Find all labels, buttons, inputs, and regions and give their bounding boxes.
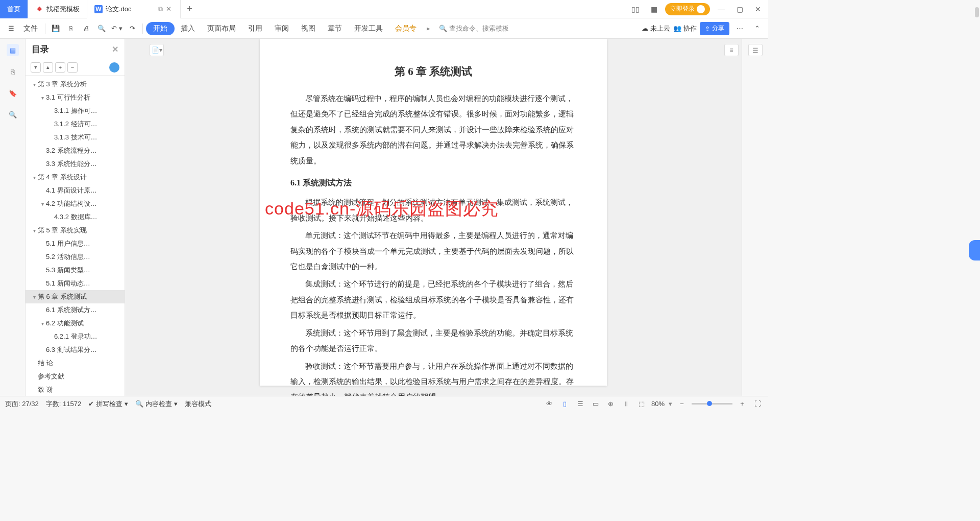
outline-item[interactable]: 结 论 <box>26 357 125 370</box>
compat-mode[interactable]: 兼容模式 <box>185 399 211 409</box>
expand-all-button[interactable]: ▴ <box>43 62 53 73</box>
save-icon[interactable]: 💾 <box>48 21 63 36</box>
content-check-icon: 🔍 <box>135 400 143 408</box>
outline-item[interactable]: ▾第 6 章 系统测试 <box>26 290 125 303</box>
ribbon-tab-5[interactable]: 视图 <box>295 18 322 39</box>
outline-item[interactable]: 6.1 系统测试方… <box>26 303 125 317</box>
bookmark-icon[interactable]: 🔖 <box>7 87 19 99</box>
ribbon-scroll-icon[interactable]: ▸ <box>424 25 433 32</box>
document-area[interactable]: 📄▾ ≡ code51.cn-源码乐园盗图必究 第 6 章 系统测试 尽管系统在… <box>125 39 742 396</box>
view-web-icon[interactable]: ⊕ <box>605 398 617 410</box>
word-count[interactable]: 字数: 11572 <box>46 399 81 409</box>
tab-home[interactable]: 首页 <box>0 0 28 18</box>
tab-close-icon[interactable]: ✕ <box>166 5 173 13</box>
undo-icon[interactable]: ↶ ▾ <box>110 21 124 36</box>
tab-detach-icon[interactable]: ⧉ <box>158 5 163 13</box>
login-button[interactable]: 立即登录 <box>665 3 710 15</box>
zoom-level[interactable]: 80% <box>651 400 665 408</box>
outline-item[interactable]: ▾第 5 章 系统实现 <box>26 224 125 237</box>
outline-item[interactable]: 5.3 新闻类型… <box>26 264 125 277</box>
ribbon-tab-4[interactable]: 审阅 <box>268 18 295 39</box>
outline-item[interactable]: 3.2 系统流程分… <box>26 144 125 157</box>
ribbon-tab-7[interactable]: 开发工具 <box>348 18 389 39</box>
outline-item[interactable]: 4.1 界面设计原… <box>26 184 125 197</box>
zoom-fit-icon[interactable]: ⬚ <box>636 398 647 410</box>
outline-item[interactable]: 5.1 用户信息… <box>26 237 125 250</box>
zoom-slider-thumb[interactable] <box>707 401 712 406</box>
command-search[interactable]: 🔍 查找命令、搜索模板 <box>434 21 516 36</box>
sync-icon[interactable] <box>109 62 119 73</box>
outline-item[interactable]: 5.1 新闻动态… <box>26 277 125 290</box>
layout-options-button[interactable]: ≡ <box>724 44 739 56</box>
paragraph: 根据系统的测试流程，划分的系统测试方法有单元测试，集成测试，系统测试，验收测试。… <box>290 195 576 226</box>
outline-item-label: 5.3 新闻类型… <box>46 266 90 275</box>
demote-button[interactable]: − <box>67 62 78 73</box>
file-menu[interactable]: 文件 <box>19 24 42 33</box>
cloud-status[interactable]: ☁未上云 <box>642 24 670 33</box>
ribbon-tab-6[interactable]: 章节 <box>322 18 348 39</box>
layout-icon[interactable]: ▯▯ <box>628 5 643 13</box>
window-minimize-icon[interactable]: — <box>714 5 728 13</box>
preview-icon[interactable]: 🔍 <box>94 21 109 36</box>
outline-close-icon[interactable]: ✕ <box>112 44 118 54</box>
redo-icon[interactable]: ↷ <box>125 21 139 36</box>
share-button[interactable]: ⇪分享 <box>700 22 729 35</box>
outline-item[interactable]: ▾第 4 章 系统设计 <box>26 171 125 184</box>
outline-item[interactable]: 6.3 测试结果分… <box>26 343 125 357</box>
promote-button[interactable]: + <box>55 62 65 73</box>
zoom-slider[interactable] <box>692 403 732 405</box>
spellcheck-button[interactable]: ✔拼写检查 ▾ <box>88 399 128 409</box>
nav-icon[interactable]: ⎘ <box>7 65 19 78</box>
view-columns-icon[interactable]: ⫴ <box>621 398 632 410</box>
tab-template[interactable]: ❖ 找稻壳模板 <box>28 0 87 18</box>
outline-item[interactable]: 3.1.3 技术可… <box>26 131 125 144</box>
ribbon-tab-1[interactable]: 插入 <box>175 18 201 39</box>
window-restore-icon[interactable]: ▢ <box>732 5 747 13</box>
outline-item[interactable]: 3.3 系统性能分… <box>26 157 125 171</box>
apps-icon[interactable]: ▦ <box>647 5 661 13</box>
outline-item[interactable]: 3.1.2 经济可… <box>26 117 125 131</box>
coop-button[interactable]: 👥协作 <box>673 24 697 33</box>
tab-document[interactable]: W 论文.doc ⧉ ✕ <box>87 0 181 18</box>
zoom-out-icon[interactable]: − <box>676 398 688 410</box>
view-page-icon[interactable]: ▯ <box>559 398 571 410</box>
zoom-in-icon[interactable]: + <box>737 398 748 410</box>
collapse-all-button[interactable]: ▾ <box>31 62 41 73</box>
outline-item[interactable]: 6.2.1 登录功… <box>26 330 125 343</box>
outline-item[interactable]: ▾4.2 功能结构设… <box>26 197 125 210</box>
view-read-icon[interactable]: ▭ <box>590 398 601 410</box>
new-tab-button[interactable]: + <box>181 4 199 14</box>
collapse-ribbon-icon[interactable]: ⌃ <box>750 21 764 36</box>
outline-item[interactable]: 致 谢 <box>26 383 125 396</box>
outline-title: 目录 <box>32 43 49 55</box>
ribbon-tab-3[interactable]: 引用 <box>242 18 268 39</box>
find-icon[interactable]: 🔍 <box>7 108 19 121</box>
statusbar-right: 👁 ▯ ☰ ▭ ⊕ ⫴ ⬚ 80% ▾ − + ⛶ <box>544 398 763 410</box>
outline-item[interactable]: ▾6.2 功能测试 <box>26 317 125 330</box>
outline-item[interactable]: 3.1.1 操作可… <box>26 104 125 117</box>
outline-item[interactable]: 参考文献 <box>26 370 125 383</box>
section-title-61: 6.1 系统测试方法 <box>290 178 576 188</box>
statusbar: 页面: 27/32 字数: 11572 ✔拼写检查 ▾ 🔍内容检查 ▾ 兼容模式… <box>0 396 768 411</box>
ribbon-tab-8[interactable]: 会员专 <box>389 18 423 39</box>
outline-item[interactable]: 4.3.2 数据库… <box>26 210 125 224</box>
more-icon[interactable]: ⋯ <box>732 21 747 36</box>
outline-item[interactable]: ▾第 3 章 系统分析 <box>26 78 125 91</box>
print-icon[interactable]: 🖨 <box>79 21 93 36</box>
outline-item-label: 5.1 用户信息… <box>46 239 90 248</box>
page-indicator[interactable]: 页面: 27/32 <box>5 399 39 409</box>
outline-item[interactable]: 5.2 活动信息… <box>26 250 125 264</box>
content-check-button[interactable]: 🔍内容检查 ▾ <box>135 399 178 409</box>
outline-toggle-icon[interactable]: ▤ <box>7 44 19 56</box>
right-panel-toggle[interactable]: ☰ <box>748 44 763 56</box>
ribbon-tab-2[interactable]: 页面布局 <box>201 18 242 39</box>
hamburger-icon[interactable]: ☰ <box>4 21 18 36</box>
eye-icon[interactable]: 👁 <box>544 398 555 410</box>
paragraph-tool-button[interactable]: 📄▾ <box>150 44 164 56</box>
view-outline-icon[interactable]: ☰ <box>575 398 586 410</box>
outline-item[interactable]: ▾3.1 可行性分析 <box>26 91 125 104</box>
fullscreen-icon[interactable]: ⛶ <box>752 398 763 410</box>
ribbon-tab-0[interactable]: 开始 <box>146 22 175 35</box>
window-close-icon[interactable]: ✕ <box>751 5 765 13</box>
saveas-icon[interactable]: ⎘ <box>64 21 78 36</box>
